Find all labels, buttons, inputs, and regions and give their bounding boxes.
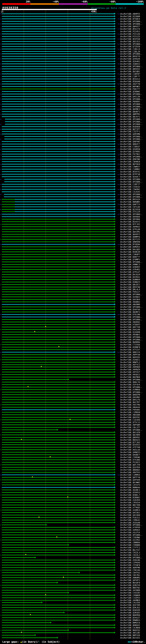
hit-label[interactable]: UniRef100_B7FJX5 — [120, 223, 140, 226]
hit-bar[interactable] — [2, 550, 114, 550]
hit-bar[interactable] — [2, 151, 114, 152]
hit-bar[interactable] — [2, 66, 114, 67]
hit-label[interactable]: UniRef100_C7IXS6 — [120, 344, 140, 346]
hit-label[interactable]: UniRef100_UPI000.. — [120, 534, 143, 536]
hit-bar[interactable] — [2, 324, 114, 325]
hit-bar[interactable] — [2, 342, 114, 342]
hit-label[interactable]: UniRef100_C6HT62 — [120, 572, 140, 574]
hit-bar[interactable] — [2, 209, 15, 210]
hit-bar[interactable] — [2, 337, 114, 338]
hit-label[interactable]: UniRef100_Q54XX3 — [120, 444, 140, 446]
hit-row[interactable]: UniRef100_UPI000.. — [0, 52, 146, 55]
hit-bar[interactable] — [2, 89, 114, 89]
hit-label[interactable]: UniRef100_B8N6A6 — [120, 486, 140, 489]
hit-row[interactable]: UniRef100_O76190 — [0, 313, 146, 316]
hit-bar[interactable] — [2, 570, 114, 570]
hit-label[interactable]: UniRef100_A8PSW9 — [120, 424, 140, 426]
hit-bar[interactable] — [2, 484, 114, 485]
hit-row[interactable]: UniRef100_Q5AGZ7 — [0, 616, 146, 619]
hit-label[interactable]: UniRef100_Q4N655 — [120, 451, 140, 454]
hit-row[interactable]: UniRef100_C1BFB7 — [0, 73, 146, 75]
hit-bar[interactable] — [2, 590, 114, 590]
hit-row[interactable]: UniRef100_Q2GYD4 — [0, 466, 146, 468]
hit-label[interactable]: UniRef100_UPI000.. — [120, 123, 143, 126]
hit-bar[interactable] — [2, 437, 114, 438]
hit-bar[interactable] — [2, 254, 114, 255]
hit-bar[interactable] — [2, 602, 41, 603]
hit-label[interactable]: UniRef100_P15125 — [120, 36, 140, 38]
hit-bar[interactable] — [2, 211, 15, 212]
hit-row[interactable]: UniRef100_C6HT62 — [0, 571, 146, 574]
hit-bar[interactable] — [2, 214, 114, 214]
hit-label[interactable]: UniRef100_B0KWN5 — [120, 201, 140, 203]
hit-label[interactable]: UniRef100_C1E4X6 — [120, 419, 140, 421]
hit-label[interactable]: UniRef100_O76190 — [120, 314, 140, 316]
hit-row[interactable]: UniRef100_Q1XGD8 — [0, 331, 146, 333]
hit-row[interactable]: UniRef100_O44248 — [0, 328, 146, 331]
hit-label[interactable]: UniRef100_A8E608 — [120, 414, 140, 416]
hit-label[interactable]: UniRef100_B6QCQ3 — [120, 629, 140, 632]
hit-row[interactable]: UniRef100_UPI000.. — [0, 180, 146, 183]
hit-bar[interactable] — [2, 384, 114, 385]
hit-label[interactable]: UniRef100_UPI000.. — [120, 118, 143, 120]
hit-label[interactable]: UniRef100_B7SDE4 — [120, 18, 140, 20]
hit-bar[interactable] — [2, 244, 114, 245]
hit-label[interactable]: UniRef100_B4KFT7 — [120, 256, 140, 258]
hit-row[interactable]: UniRef100_C9ZZL2 — [0, 554, 146, 556]
hit-label[interactable]: UniRef100_UPI000.. — [120, 391, 143, 394]
hit-label[interactable]: UniRef100_Q6JWW5 — [120, 481, 140, 484]
hit-row[interactable]: UniRef100_A9PFA8 — [0, 354, 146, 356]
hit-label[interactable]: UniRef100_B7PFS8 — [120, 173, 140, 176]
hit-label[interactable]: UniRef100_C1GPV3 — [120, 597, 140, 599]
hit-row[interactable]: UniRef100_O22608 — [0, 15, 146, 18]
hit-row[interactable]: UniRef100_B8P326 — [0, 634, 146, 636]
hit-bar[interactable] — [2, 219, 114, 220]
hit-bar[interactable] — [2, 387, 114, 388]
hit-bar[interactable] — [2, 131, 114, 132]
hit-bar[interactable] — [2, 166, 114, 167]
hit-label[interactable]: UniRef100_Q6C4Z8 — [120, 431, 140, 434]
hit-row[interactable]: UniRef100_Q7PL67 — [0, 271, 146, 273]
hit-bar[interactable] — [2, 106, 114, 107]
hit-label[interactable]: UniRef100_Q5BEL7 — [120, 494, 140, 496]
hit-label[interactable]: UniRef100_C9ZZL2 — [120, 554, 140, 556]
hit-row[interactable]: UniRef100_C6TL04 — [0, 206, 146, 208]
hit-row[interactable]: UniRef100_B0Z9K8 — [0, 376, 146, 378]
hit-label[interactable]: UniRef100_A9SNA3 — [120, 334, 140, 336]
hit-label[interactable]: UniRef100_Q804Y7 — [120, 143, 140, 145]
hit-label[interactable]: UniRef100_UPI000.. — [120, 93, 143, 95]
hit-bar[interactable] — [2, 595, 114, 596]
hit-bar[interactable] — [2, 492, 114, 493]
hit-label[interactable]: UniRef100_B2WIQ9 — [120, 609, 140, 611]
hit-bar[interactable] — [2, 68, 114, 69]
hit-label[interactable]: UniRef100_A8U9N9 — [120, 304, 140, 306]
hit-label[interactable]: UniRef100_Q58DW5 — [120, 90, 140, 93]
hit-bar[interactable] — [2, 302, 114, 302]
hit-label[interactable]: UniRef100_A9UDR2 — [120, 301, 140, 303]
hit-row[interactable]: UniRef100_Q6EE82 — [0, 416, 146, 418]
hit-bar[interactable] — [2, 454, 114, 455]
hit-label[interactable]: UniRef100_Q6FJY0 — [120, 464, 140, 466]
hit-label[interactable]: UniRef100_P49227 — [120, 291, 140, 293]
hit-label[interactable]: UniRef100_UPI000.. — [120, 103, 143, 105]
hit-row[interactable]: UniRef100_C0S7B1 — [0, 574, 146, 576]
hit-bar[interactable] — [2, 94, 114, 94]
hit-row[interactable]: UniRef100_C0H8E8 — [0, 160, 146, 163]
hit-bar[interactable] — [2, 607, 114, 608]
hit-bar[interactable] — [2, 256, 114, 257]
hit-label[interactable]: UniRef100_Q0OV92 — [120, 436, 140, 438]
hit-row[interactable]: UniRef100_Q2N159 — [0, 584, 146, 586]
hit-bar[interactable] — [2, 184, 114, 184]
hit-row[interactable]: UniRef100_B9WK63 — [0, 619, 146, 622]
hit-label[interactable]: UniRef100_C1BM02 — [120, 168, 140, 170]
hit-bar[interactable] — [2, 279, 114, 280]
hit-bar[interactable] — [2, 332, 114, 332]
hit-bar[interactable] — [2, 357, 114, 358]
hit-row[interactable]: UniRef100_A1CPH2 — [0, 539, 146, 541]
hit-bar[interactable] — [2, 397, 114, 398]
hit-label[interactable]: UniRef100_Q7PL67 — [120, 271, 140, 273]
hit-bar[interactable] — [2, 407, 114, 408]
hit-bar[interactable] — [2, 204, 15, 205]
hit-bar[interactable] — [2, 500, 114, 500]
hit-label[interactable]: UniRef100_A8NXM3 — [120, 576, 140, 579]
